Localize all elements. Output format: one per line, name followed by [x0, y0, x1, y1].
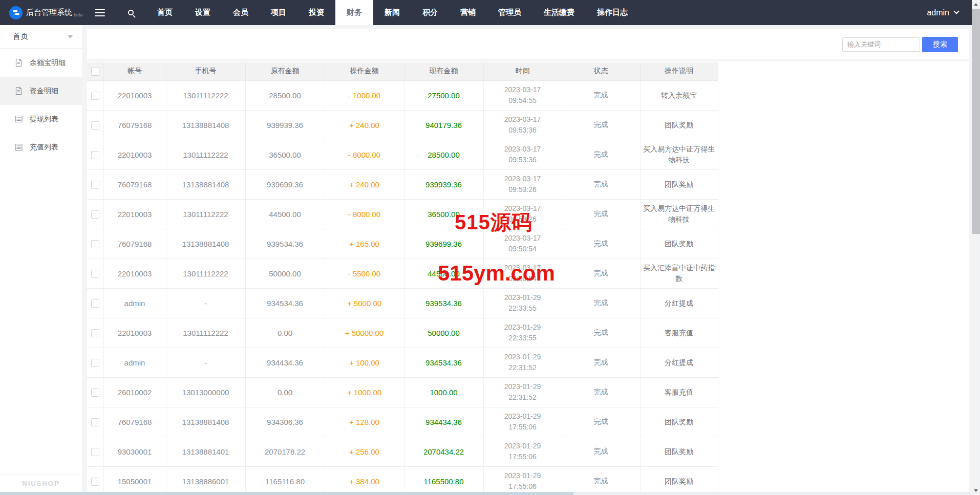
cell-time-line: 22:31:52 [486, 362, 559, 373]
cell-op-amount: + 5000.00 [325, 288, 404, 318]
table-row: 76079168 13138881408 939699.36 + 240.00 … [87, 169, 718, 199]
row-checkbox[interactable] [91, 240, 99, 248]
row-checkbox[interactable] [91, 270, 99, 278]
nav-item-0[interactable]: 首页 [146, 0, 184, 25]
vertical-scroll-thumb[interactable] [972, 9, 980, 234]
cell-time: 2023-01-29 22:31:52 [483, 348, 562, 377]
cell-account: 26010002 [103, 377, 166, 407]
cell-status: 完成 [562, 407, 640, 437]
sidebar-item-0[interactable]: 余额宝明细 [0, 49, 82, 77]
row-select-cell [87, 437, 103, 466]
scroll-down-icon[interactable] [972, 486, 980, 495]
row-checkbox[interactable] [91, 210, 99, 219]
nav-item-4[interactable]: 投资 [297, 0, 335, 25]
row-checkbox[interactable] [91, 181, 99, 189]
cell-phone: 13138881408 [166, 407, 245, 437]
cell-note: 团队奖励 [640, 407, 718, 437]
user-menu[interactable]: admin [927, 0, 958, 25]
keyword-search-input[interactable] [842, 37, 920, 52]
row-checkbox[interactable] [91, 389, 99, 397]
row-select-cell [87, 229, 103, 259]
horizontal-scroll-thumb[interactable] [0, 492, 573, 495]
sidebar-footer-logo: NIUSHOP [0, 475, 82, 492]
table-row: 22010003 13011112222 28500.00 - 1000.00 … [87, 80, 718, 110]
row-checkbox[interactable] [91, 478, 99, 486]
cell-phone: 13013000000 [166, 377, 245, 407]
cell-time: 2023-01-29 22:31:52 [483, 377, 562, 407]
nav-item-10[interactable]: 生活缴费 [532, 0, 586, 25]
sidebar-item-label: 充值列表 [30, 143, 58, 152]
nav-item-11[interactable]: 操作日志 [586, 0, 639, 25]
sidebar-item-1[interactable]: 资金明细 [0, 77, 82, 105]
cell-account: 76079168 [103, 169, 166, 199]
table-row: 22010003 13011112222 44500.00 - 8000.00 … [87, 199, 718, 229]
cell-phone: - [166, 288, 245, 318]
cell-date-line: 2023-01-29 [486, 381, 559, 392]
nav-item-2[interactable]: 会员 [222, 0, 260, 25]
horizontal-scrollbar[interactable] [0, 492, 972, 495]
row-checkbox[interactable] [91, 121, 99, 130]
search-submit-button[interactable]: 搜索 [922, 37, 958, 52]
row-select-cell [87, 288, 103, 318]
funds-table: 帐号 手机号 原有金额 操作金额 现有金额 时间 状态 操作说明 2201000… [87, 62, 718, 492]
nav-item-9[interactable]: 管理员 [487, 0, 532, 25]
search-toolbar: 搜索 [87, 29, 969, 59]
cell-status: 完成 [562, 80, 640, 110]
sidebar-item-3[interactable]: 充值列表 [0, 133, 82, 161]
sidebar-item-label: 余额宝明细 [30, 58, 66, 68]
main-nav: 首页 设置 会员 项目 投资 财务 新闻 积分 营销 管理员 生活缴费 操作日志 [146, 0, 639, 25]
cell-status: 完成 [562, 437, 640, 466]
scroll-up-icon[interactable] [972, 0, 980, 9]
row-checkbox[interactable] [91, 359, 99, 367]
cell-time-line: 22:33:55 [486, 333, 559, 343]
sidebar-section-home[interactable]: 首页 [0, 25, 82, 49]
cell-date-line: 2023-03-17 [486, 144, 559, 155]
table-row: admin - 934434.36 + 100.00 934534.36 202… [87, 348, 718, 377]
cell-new-amount: 27500.00 [404, 80, 483, 110]
cell-old-amount: 28500.00 [245, 80, 325, 110]
row-checkbox[interactable] [91, 418, 99, 426]
cell-date-line: 2023-01-29 [486, 411, 559, 422]
cell-new-amount: 50000.00 [404, 318, 483, 348]
menu-toggle-button[interactable] [84, 0, 115, 25]
cell-time: 2023-03-17 09:53:26 [483, 169, 562, 199]
cell-account: 15050001 [103, 466, 166, 492]
nav-item-6[interactable]: 新闻 [373, 0, 411, 25]
cell-time-line: 09:53:26 [486, 184, 559, 195]
cell-op-amount: - 5500.00 [325, 259, 404, 288]
nav-item-7[interactable]: 积分 [411, 0, 449, 25]
top-navbar: 后台管理系统 beta 首页 设置 会员 项目 投资 财务 新闻 积分 营销 管… [0, 0, 972, 25]
row-checkbox[interactable] [91, 92, 99, 100]
cell-status: 完成 [562, 169, 640, 199]
table-body: 22010003 13011112222 28500.00 - 1000.00 … [87, 80, 718, 492]
sidebar-item-2[interactable]: 提现列表 [0, 105, 82, 133]
cell-date-line: 2023-03-17 [486, 174, 559, 184]
cell-op-amount: + 50000.00 [325, 318, 404, 348]
cell-old-amount: 934434.36 [245, 348, 325, 377]
nav-item-8[interactable]: 营销 [449, 0, 487, 25]
cell-phone: 13011112222 [166, 80, 245, 110]
cell-note: 客服充值 [640, 318, 718, 348]
nav-search-button[interactable] [115, 0, 146, 25]
cell-old-amount: 50000.00 [245, 259, 325, 288]
table-row: 76079168 13138881408 939939.36 + 240.00 … [87, 110, 718, 140]
cell-op-amount: + 1000.00 [325, 377, 404, 407]
select-all-checkbox[interactable] [91, 68, 99, 76]
cell-phone: 13011112222 [166, 199, 245, 229]
cell-date-line: 2023-01-29 [486, 441, 559, 451]
row-checkbox[interactable] [91, 151, 99, 159]
cell-note: 买入易方达中证万得生物科技 [640, 199, 718, 229]
cell-account: 22010003 [103, 80, 166, 110]
cell-date-line: 2023-01-29 [486, 292, 559, 303]
nav-item-3[interactable]: 项目 [260, 0, 297, 25]
row-checkbox[interactable] [91, 329, 99, 337]
row-checkbox[interactable] [91, 448, 99, 456]
vertical-scrollbar[interactable] [972, 0, 980, 495]
nav-item-5[interactable]: 财务 [335, 0, 373, 25]
cell-op-amount: - 8000.00 [325, 140, 404, 169]
row-checkbox[interactable] [91, 299, 99, 308]
row-select-cell [87, 140, 103, 169]
nav-item-1[interactable]: 设置 [184, 0, 222, 25]
cell-date-line: 2023-01-29 [486, 352, 559, 362]
search-icon [128, 10, 134, 15]
